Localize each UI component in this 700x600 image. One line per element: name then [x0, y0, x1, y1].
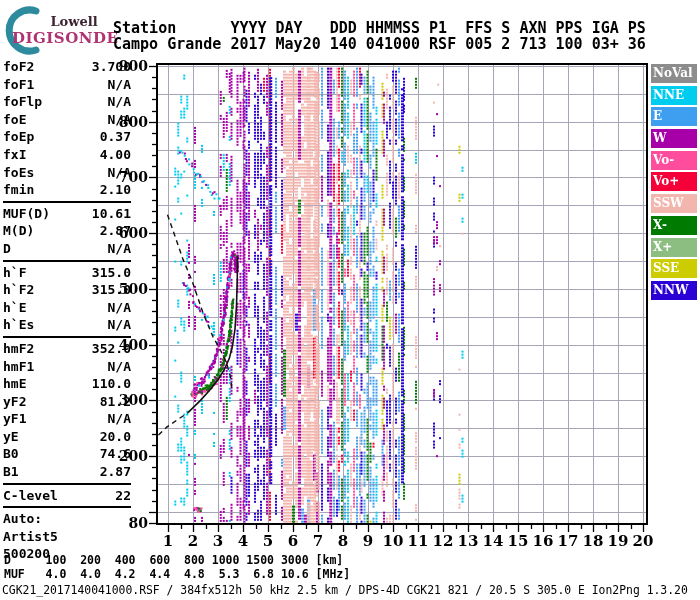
readout-value: 74.6	[100, 445, 131, 463]
readout-row-B0: B074.6	[3, 445, 131, 463]
readout-value: 352.0	[92, 340, 131, 358]
readout-label: foF1	[3, 76, 34, 94]
ionogram-page: Lowell DIGISONDE Station YYYY DAY DDD HH…	[0, 0, 700, 600]
readout-row-hmE: hmE110.0	[3, 375, 131, 393]
scaled-parameters-panel: foF23.700foF1N/AfoFlpN/AfoEN/AfoEp0.37fx…	[3, 58, 131, 563]
readout-label: foFlp	[3, 93, 42, 111]
readout-label: yF2	[3, 393, 26, 411]
readout-row-D: DN/A	[3, 240, 131, 258]
readout-label: M(D)	[3, 222, 34, 240]
station-header-line1: Station YYYY DAY DDD HHMMSS P1 FFS S AXN…	[113, 20, 646, 36]
readout-row-h`F: h`F315.0	[3, 264, 131, 282]
legend-item-X+: X+	[651, 238, 697, 257]
readout-label: fxI	[3, 146, 26, 164]
legend-item-NoVal: NoVal	[651, 64, 697, 83]
legend-item-X-: X-	[651, 216, 697, 235]
legend-item-W: W	[651, 129, 697, 148]
readout-label: foEp	[3, 128, 34, 146]
readout-value: 2.10	[100, 181, 131, 199]
readout-row-Auto:: Auto:	[3, 510, 131, 528]
readout-value: 2.87	[100, 222, 131, 240]
readout-value: N/A	[108, 316, 131, 334]
readout-value: 2.87	[100, 463, 131, 481]
distance-row: D 100 200 400 600 800 1000 1500 3000 [km…	[4, 554, 343, 567]
readout-value: N/A	[108, 111, 131, 129]
readout-section: foF23.700foF1N/AfoFlpN/AfoEN/AfoEp0.37fx…	[3, 58, 131, 199]
readout-row-yF2: yF281.2	[3, 393, 131, 411]
readout-row-Artist5: Artist5	[3, 528, 131, 546]
legend-item-SSE: SSE	[651, 259, 697, 278]
readout-row-foE: foEN/A	[3, 111, 131, 129]
readout-row-fxI: fxI4.00	[3, 146, 131, 164]
readout-label: C-level	[3, 487, 58, 505]
file-info-footer: CGK21_2017140041000.RSF / 384fx512h 50 k…	[2, 583, 688, 597]
readout-label: foEs	[3, 164, 34, 182]
readout-value: N/A	[108, 240, 131, 258]
readout-row-M(D): M(D)2.87	[3, 222, 131, 240]
station-header-line2: Campo Grande 2017 May20 140 041000 RSF 0…	[113, 36, 646, 52]
readout-value: N/A	[108, 76, 131, 94]
readout-value: N/A	[108, 164, 131, 182]
readout-section: h`F315.0h`F2315.0h`EN/Ah`EsN/A	[3, 260, 131, 334]
readout-value: 3.700	[92, 58, 131, 76]
lowell-digisonde-logo: Lowell DIGISONDE	[2, 2, 112, 54]
readout-label: h`F	[3, 264, 26, 282]
readout-row-MUF(D): MUF(D)10.61	[3, 205, 131, 223]
readout-row-h`Es: h`EsN/A	[3, 316, 131, 334]
readout-section: hmF2352.0hmF1N/AhmE110.0yF281.2yF1N/AyE2…	[3, 336, 131, 481]
readout-label: h`Es	[3, 316, 34, 334]
muf-row: MUF 4.0 4.0 4.2 4.4 4.8 5.3 6.8 10.6 [MH…	[4, 568, 350, 581]
readout-row-foEs: foEsN/A	[3, 164, 131, 182]
readout-section: MUF(D)10.61M(D)2.87DN/A	[3, 201, 131, 258]
readout-row-hmF2: hmF2352.0	[3, 340, 131, 358]
readout-value: 22	[115, 487, 131, 505]
readout-label: Artist5	[3, 528, 58, 546]
readout-label: foE	[3, 111, 26, 129]
legend-item-Vo+: Vo+	[651, 172, 697, 191]
readout-value: N/A	[108, 299, 131, 317]
logo-text-digisonde: DIGISONDE	[12, 29, 118, 47]
readout-label: B0	[3, 445, 19, 463]
readout-label: yE	[3, 428, 19, 446]
readout-label: hmF1	[3, 358, 34, 376]
readout-label: yF1	[3, 410, 26, 428]
readout-section: C-level22	[3, 483, 131, 505]
legend-item-Vo-: Vo-	[651, 151, 697, 170]
readout-row-fmin: fmin2.10	[3, 181, 131, 199]
readout-label: hmE	[3, 375, 26, 393]
readout-value: N/A	[108, 93, 131, 111]
readout-value: 4.00	[100, 146, 131, 164]
readout-label: h`F2	[3, 281, 34, 299]
readout-value: 315.0	[92, 281, 131, 299]
legend-item-SSW: SSW	[651, 194, 697, 213]
legend-item-E: E	[651, 107, 697, 126]
direction-color-legend: NoValNNEEWVo-Vo+SSWX-X+SSENNW	[651, 64, 698, 303]
readout-row-h`F2: h`F2315.0	[3, 281, 131, 299]
readout-row-foFlp: foFlpN/A	[3, 93, 131, 111]
readout-row-foF2: foF23.700	[3, 58, 131, 76]
legend-item-NNE: NNE	[651, 86, 697, 105]
readout-label: MUF(D)	[3, 205, 50, 223]
readout-label: h`E	[3, 299, 26, 317]
readout-value: 20.0	[100, 428, 131, 446]
readout-label: fmin	[3, 181, 34, 199]
readout-row-C-level: C-level22	[3, 487, 131, 505]
readout-label: hmF2	[3, 340, 34, 358]
readout-value: 81.2	[100, 393, 131, 411]
readout-value: 315.0	[92, 264, 131, 282]
readout-row-h`E: h`EN/A	[3, 299, 131, 317]
readout-label: B1	[3, 463, 19, 481]
readout-row-foEp: foEp0.37	[3, 128, 131, 146]
readout-value: 110.0	[92, 375, 131, 393]
readout-value: 10.61	[92, 205, 131, 223]
readout-label: D	[3, 240, 11, 258]
logo-text-lowell: Lowell	[40, 14, 108, 29]
readout-label: Auto:	[3, 510, 42, 528]
readout-row-yE: yE20.0	[3, 428, 131, 446]
readout-row-yF1: yF1N/A	[3, 410, 131, 428]
readout-row-hmF1: hmF1N/A	[3, 358, 131, 376]
legend-item-NNW: NNW	[651, 281, 697, 300]
readout-value: N/A	[108, 410, 131, 428]
readout-row-B1: B12.87	[3, 463, 131, 481]
readout-value: 0.37	[100, 128, 131, 146]
